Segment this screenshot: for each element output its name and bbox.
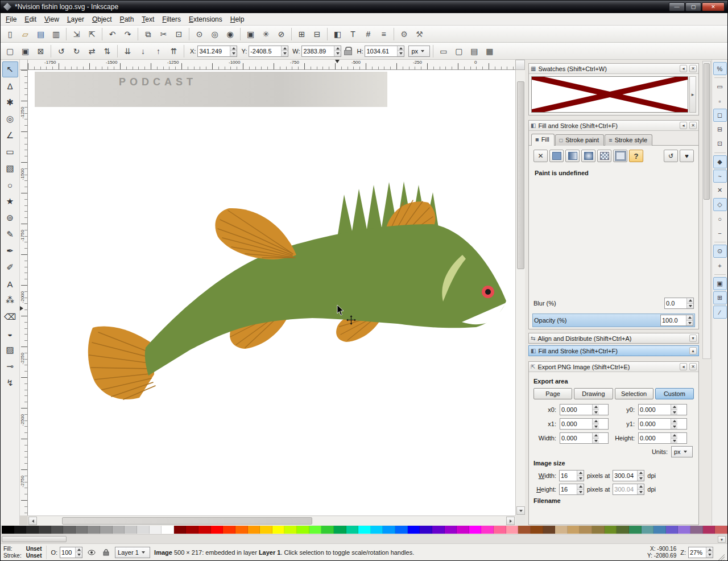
menu-text[interactable]: Text [138,14,158,25]
fill-stroke-collapsed-panel-expand-button[interactable]: ▴ [689,347,697,354]
palette-scroll-thumb[interactable] [2,536,67,542]
tweak-tool-button[interactable]: ✱ [2,94,18,110]
text-dialog-button[interactable]: T [346,27,360,41]
menu-filters[interactable]: Filters [158,14,185,25]
export-y1-spin-down-button[interactable] [671,424,677,430]
resize-grip[interactable] [717,553,725,560]
align-dialog-button[interactable]: ≡ [377,27,391,41]
xml-editor-button[interactable]: # [361,27,375,41]
palette-swatch[interactable] [162,526,174,534]
canvas-vertical-scrollbar[interactable] [515,60,525,515]
tab-fill[interactable]: ◼Fill [531,134,555,146]
palette-swatch[interactable] [100,526,113,534]
palette-swatch[interactable] [653,526,666,534]
export-height-spin-down-button[interactable] [671,439,677,444]
palette-swatch[interactable] [690,526,703,534]
layer-visibility-button[interactable] [86,547,97,558]
raise-button[interactable]: ↑ [151,44,166,58]
paint-radial-gradient-button[interactable] [581,150,595,162]
paint-none-button[interactable]: ✕ [533,150,548,162]
palette-swatch[interactable] [543,526,556,534]
paint-bucket-tool-button[interactable]: ◒ [2,325,18,341]
lock-width-height-icon[interactable] [344,47,351,55]
palette-swatch[interactable] [26,526,39,534]
blur-spin-up-button[interactable] [687,298,693,304]
export-size-width-spin-down-button[interactable] [577,476,584,481]
maximize-button[interactable]: ▢ [685,2,701,11]
h-input[interactable] [365,46,397,56]
x-spin-up-button[interactable] [230,46,237,52]
snap-page-border-button[interactable]: ▣ [713,277,727,290]
import-image-button[interactable]: ⇲ [69,27,84,41]
menu-object[interactable]: Object [88,14,116,25]
x-spin-down-button[interactable] [230,51,237,56]
palette-swatch[interactable] [223,526,235,534]
cut-button[interactable]: ✂ [156,27,171,41]
palette-swatch[interactable] [309,526,322,534]
export-x0-spin-up-button[interactable] [593,405,599,410]
measure-tool-button[interactable]: ∠ [2,127,18,143]
menu-edit[interactable]: Edit [20,14,40,25]
palette-swatch[interactable] [642,526,654,534]
paint-swatch-button[interactable] [613,150,627,162]
menu-view[interactable]: View [40,14,63,25]
layer-lock-button[interactable] [101,547,111,558]
palette-scrollbar[interactable]: ▾ [1,534,727,543]
palette-swatch[interactable] [703,526,715,534]
connector-tool-button[interactable]: ↯ [2,375,18,391]
rotate-90-ccw-button[interactable]: ↺ [54,44,68,58]
align-distribute-collapsed-panel[interactable]: ⇆Align and Distribute (Shift+Ctrl+A)▾ [528,333,699,344]
fill-stroke-dialog-button[interactable]: ◧ [330,27,345,41]
palette-swatch[interactable] [137,526,150,534]
h-spin-down-button[interactable] [398,51,404,56]
swatches-scroll-button[interactable]: ▸ [689,76,696,113]
palette-swatch[interactable] [678,526,690,534]
zoom-to-page-button[interactable]: ◉ [223,27,237,41]
snap-bbox-edges-button[interactable]: ▫ [713,94,727,108]
toggle-move-patterns-button[interactable]: ▦ [482,44,497,58]
export-x1-input[interactable] [560,419,592,429]
snap-path-intersections-button[interactable]: ✕ [713,184,727,197]
export-area-selection-button[interactable]: Selection [615,388,653,399]
paint-flat-color-button[interactable] [549,150,564,162]
snap-line-midpoints-button[interactable]: − [713,226,727,240]
spray-tool-button[interactable]: ⁂ [2,292,18,308]
paste-button[interactable]: ⊡ [172,27,186,41]
palette-swatch[interactable] [358,526,371,534]
menu-path[interactable]: Path [116,14,138,25]
blur-input[interactable] [665,298,686,308]
snap-enable-button[interactable]: % [713,62,727,75]
unlink-clone-button[interactable]: ⊘ [274,27,288,41]
embedded-image-object[interactable]: PODCAST [35,72,387,107]
palette-swatch[interactable] [568,526,580,534]
copy-button[interactable]: ⧉ [141,27,155,41]
export-size-height-input[interactable] [560,484,577,494]
palette-swatch[interactable] [150,526,162,534]
object-opacity-spin-up-button[interactable] [76,547,82,553]
palette-swatch[interactable] [260,526,272,534]
palette-swatch[interactable] [186,526,198,534]
snap-paths-button[interactable]: ~ [713,170,727,183]
snap-guides-button[interactable]: ∕ [713,306,727,319]
align-distribute-collapsed-panel-expand-button[interactable]: ▾ [689,335,697,342]
export-area-drawing-button[interactable]: Drawing [574,388,613,399]
preferences-button[interactable]: ⚒ [412,27,427,41]
palette-swatch[interactable] [469,526,482,534]
export-size-height-spin-up-button[interactable] [577,484,584,490]
paint-unknown-button[interactable]: ? [629,150,643,162]
palette-swatch[interactable] [334,526,346,534]
color-managed-display-button[interactable] [515,60,525,70]
vertical-ruler[interactable]: -1250-1500-1750-2000-2250-2500-2750 [20,70,28,515]
duplicate-button[interactable]: ▣ [243,27,258,41]
toggle-scale-corners-button[interactable]: ▢ [452,44,466,58]
paint-pattern-button[interactable] [597,150,611,162]
none-color-swatch[interactable] [531,76,688,113]
export-png-panel-close-button[interactable]: ✕ [689,363,697,370]
palette-swatch[interactable] [494,526,506,534]
menu-layer[interactable]: Layer [63,14,88,25]
palette-swatch[interactable] [39,526,51,534]
menu-extensions[interactable]: Extensions [185,14,226,25]
opacity-spin-up-button[interactable] [686,315,693,321]
fill-stroke-panel-header[interactable]: ◧Fill and Stroke (Shift+Ctrl+F)◂✕ [529,121,698,131]
deselect-button[interactable]: ⊠ [34,44,48,58]
